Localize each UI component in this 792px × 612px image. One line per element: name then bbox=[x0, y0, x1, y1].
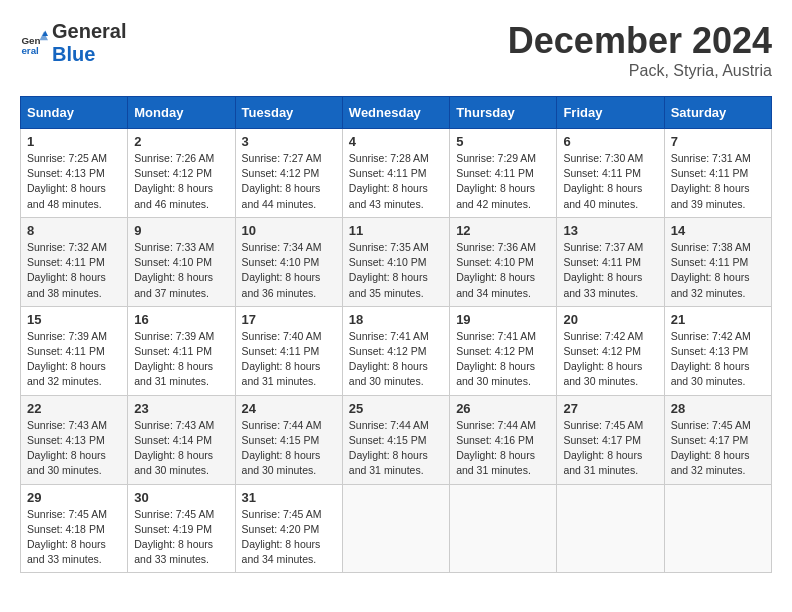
col-friday: Friday bbox=[557, 97, 664, 129]
calendar-week-4: 22 Sunrise: 7:43 AM Sunset: 4:13 PM Dayl… bbox=[21, 395, 772, 484]
calendar-week-3: 15 Sunrise: 7:39 AM Sunset: 4:11 PM Dayl… bbox=[21, 306, 772, 395]
table-row: 22 Sunrise: 7:43 AM Sunset: 4:13 PM Dayl… bbox=[21, 395, 128, 484]
table-row: 31 Sunrise: 7:45 AM Sunset: 4:20 PM Dayl… bbox=[235, 484, 342, 573]
table-row: 24 Sunrise: 7:44 AM Sunset: 4:15 PM Dayl… bbox=[235, 395, 342, 484]
empty-cell bbox=[557, 484, 664, 573]
empty-cell bbox=[664, 484, 771, 573]
table-row: 27 Sunrise: 7:45 AM Sunset: 4:17 PM Dayl… bbox=[557, 395, 664, 484]
col-sunday: Sunday bbox=[21, 97, 128, 129]
table-row: 12 Sunrise: 7:36 AM Sunset: 4:10 PM Dayl… bbox=[450, 217, 557, 306]
logo-wordmark: General Blue bbox=[52, 20, 126, 66]
table-row: 18 Sunrise: 7:41 AM Sunset: 4:12 PM Dayl… bbox=[342, 306, 449, 395]
table-row: 13 Sunrise: 7:37 AM Sunset: 4:11 PM Dayl… bbox=[557, 217, 664, 306]
logo: Gen eral General Blue bbox=[20, 20, 126, 66]
table-row: 25 Sunrise: 7:44 AM Sunset: 4:15 PM Dayl… bbox=[342, 395, 449, 484]
col-wednesday: Wednesday bbox=[342, 97, 449, 129]
table-row: 7 Sunrise: 7:31 AM Sunset: 4:11 PM Dayli… bbox=[664, 129, 771, 218]
logo-general: General bbox=[52, 20, 126, 42]
table-row: 28 Sunrise: 7:45 AM Sunset: 4:17 PM Dayl… bbox=[664, 395, 771, 484]
table-row: 20 Sunrise: 7:42 AM Sunset: 4:12 PM Dayl… bbox=[557, 306, 664, 395]
col-saturday: Saturday bbox=[664, 97, 771, 129]
col-thursday: Thursday bbox=[450, 97, 557, 129]
page-header: Gen eral General Blue December 2024 Pack… bbox=[20, 20, 772, 80]
table-row: 1 Sunrise: 7:25 AMSunset: 4:13 PMDayligh… bbox=[21, 129, 128, 218]
calendar-week-5: 29 Sunrise: 7:45 AM Sunset: 4:18 PM Dayl… bbox=[21, 484, 772, 573]
table-row: 8 Sunrise: 7:32 AM Sunset: 4:11 PM Dayli… bbox=[21, 217, 128, 306]
location-title: Pack, Styria, Austria bbox=[508, 62, 772, 80]
logo-blue: Blue bbox=[52, 43, 95, 65]
table-row: 17 Sunrise: 7:40 AM Sunset: 4:11 PM Dayl… bbox=[235, 306, 342, 395]
table-row: 6 Sunrise: 7:30 AM Sunset: 4:11 PM Dayli… bbox=[557, 129, 664, 218]
table-row: 14 Sunrise: 7:38 AM Sunset: 4:11 PM Dayl… bbox=[664, 217, 771, 306]
table-row: 19 Sunrise: 7:41 AM Sunset: 4:12 PM Dayl… bbox=[450, 306, 557, 395]
table-row: 15 Sunrise: 7:39 AM Sunset: 4:11 PM Dayl… bbox=[21, 306, 128, 395]
col-monday: Monday bbox=[128, 97, 235, 129]
table-row: 11 Sunrise: 7:35 AM Sunset: 4:10 PM Dayl… bbox=[342, 217, 449, 306]
title-block: December 2024 Pack, Styria, Austria bbox=[508, 20, 772, 80]
logo-icon: Gen eral bbox=[20, 29, 48, 57]
table-row: 3 Sunrise: 7:27 AM Sunset: 4:12 PM Dayli… bbox=[235, 129, 342, 218]
table-row: 10 Sunrise: 7:34 AM Sunset: 4:10 PM Dayl… bbox=[235, 217, 342, 306]
table-row: 29 Sunrise: 7:45 AM Sunset: 4:18 PM Dayl… bbox=[21, 484, 128, 573]
col-tuesday: Tuesday bbox=[235, 97, 342, 129]
table-row: 30 Sunrise: 7:45 AM Sunset: 4:19 PM Dayl… bbox=[128, 484, 235, 573]
table-row: 21 Sunrise: 7:42 AM Sunset: 4:13 PM Dayl… bbox=[664, 306, 771, 395]
table-row: 9 Sunrise: 7:33 AM Sunset: 4:10 PM Dayli… bbox=[128, 217, 235, 306]
table-row: 26 Sunrise: 7:44 AM Sunset: 4:16 PM Dayl… bbox=[450, 395, 557, 484]
table-row: 16 Sunrise: 7:39 AM Sunset: 4:11 PM Dayl… bbox=[128, 306, 235, 395]
empty-cell bbox=[342, 484, 449, 573]
month-title: December 2024 bbox=[508, 20, 772, 62]
calendar-table: Sunday Monday Tuesday Wednesday Thursday… bbox=[20, 96, 772, 573]
table-row: 2 Sunrise: 7:26 AM Sunset: 4:12 PM Dayli… bbox=[128, 129, 235, 218]
table-row: 4 Sunrise: 7:28 AM Sunset: 4:11 PM Dayli… bbox=[342, 129, 449, 218]
calendar-week-1: 1 Sunrise: 7:25 AMSunset: 4:13 PMDayligh… bbox=[21, 129, 772, 218]
svg-text:eral: eral bbox=[21, 45, 39, 56]
table-row: 5 Sunrise: 7:29 AM Sunset: 4:11 PM Dayli… bbox=[450, 129, 557, 218]
empty-cell bbox=[450, 484, 557, 573]
calendar-week-2: 8 Sunrise: 7:32 AM Sunset: 4:11 PM Dayli… bbox=[21, 217, 772, 306]
calendar-header-row: Sunday Monday Tuesday Wednesday Thursday… bbox=[21, 97, 772, 129]
table-row: 23 Sunrise: 7:43 AM Sunset: 4:14 PM Dayl… bbox=[128, 395, 235, 484]
